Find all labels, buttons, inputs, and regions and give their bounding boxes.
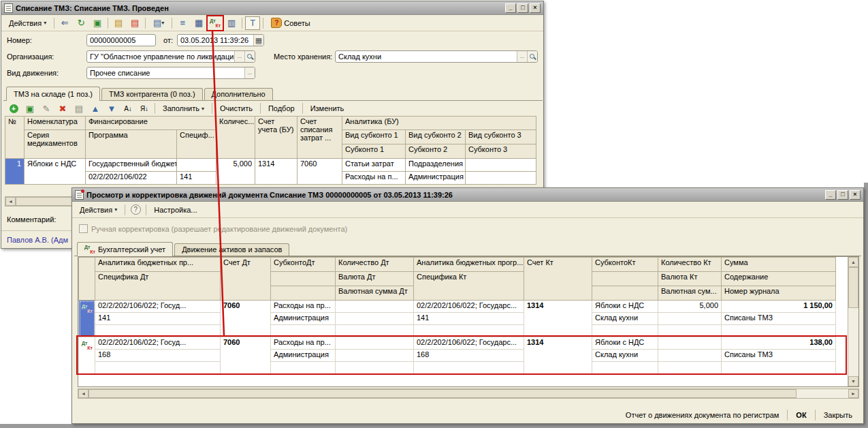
- minimize-button[interactable]: _: [505, 3, 516, 13]
- cell-sub-type3[interactable]: [466, 159, 536, 172]
- cell-empty[interactable]: [336, 362, 414, 374]
- cell-empty[interactable]: [95, 362, 221, 374]
- cell-spec-kt[interactable]: 141: [414, 313, 524, 325]
- cell-empty[interactable]: [271, 325, 336, 337]
- pick-button[interactable]: Подбор: [263, 102, 300, 115]
- movements-hscrollbar[interactable]: ◄ ►: [78, 388, 859, 399]
- storage-ellipsis-button[interactable]: ...: [517, 51, 527, 62]
- actions-button[interactable]: Действия ▾: [75, 203, 122, 217]
- cell-empty[interactable]: [414, 325, 524, 337]
- organization-ellipsis-button[interactable]: ...: [234, 51, 244, 62]
- number-field[interactable]: 00000000005: [86, 34, 156, 46]
- cell-row-number[interactable]: 1: [5, 159, 25, 185]
- help-button[interactable]: ?: [128, 203, 143, 217]
- close-window-button[interactable]: Закрыть: [818, 410, 858, 421]
- edit-row-button[interactable]: ✎: [39, 102, 54, 115]
- window2-titlebar[interactable]: Просмотр и корректировка движений докуме…: [72, 188, 863, 202]
- copy-row-button[interactable]: ▣: [22, 102, 37, 115]
- sort-desc-button[interactable]: Я↓: [137, 102, 152, 115]
- post-button[interactable]: ▤: [111, 16, 126, 30]
- tab-tmz-contractor[interactable]: ТМЗ контрагента (0 поз.): [101, 88, 203, 100]
- add-row-button[interactable]: +: [6, 102, 21, 115]
- structure-button[interactable]: ≡: [175, 16, 190, 30]
- movement-row[interactable]: [79, 325, 836, 337]
- cell-sub2[interactable]: Администрация: [406, 172, 466, 185]
- cell-spec-dt[interactable]: 168: [95, 350, 221, 362]
- cell-qty-kt[interactable]: 5,000: [658, 301, 722, 313]
- cell-spec1[interactable]: [177, 159, 216, 172]
- cell-analytics-kt[interactable]: 02/2/202/106/022; Государс...: [414, 301, 524, 313]
- movements-vscrollbar[interactable]: ▲ ▼: [848, 257, 858, 386]
- maximize-button[interactable]: □: [517, 3, 528, 13]
- organization-field[interactable]: ГУ "Областное управление по ликвидации Ч…: [86, 50, 255, 63]
- cell-account-kt[interactable]: 1314: [524, 301, 592, 337]
- cell-qty-kt[interactable]: [658, 337, 722, 350]
- copy-button[interactable]: ▣: [90, 16, 105, 30]
- actions-button[interactable]: Действия ▾: [4, 16, 51, 30]
- movement-row[interactable]: 168 Администрация 168 Склад кухни Списан…: [79, 350, 836, 362]
- unpost-button[interactable]: ▤: [127, 16, 142, 30]
- delete-row-button[interactable]: ✖: [55, 102, 70, 115]
- cell-sub-type2[interactable]: Подразделения: [406, 159, 466, 172]
- cell-nomenclature[interactable]: Яблоки с НДС: [25, 159, 86, 185]
- clear-button[interactable]: Очистить: [215, 102, 257, 115]
- move-down-button[interactable]: ▼: [104, 102, 119, 115]
- cell-empty[interactable]: [722, 362, 836, 374]
- cell-sum[interactable]: 1 150,00: [722, 301, 836, 313]
- author-link[interactable]: Павлов А.В. (Адм: [7, 234, 68, 246]
- settings-button[interactable]: Настройка...: [149, 203, 202, 217]
- change-button[interactable]: Изменить: [306, 102, 349, 115]
- storage-search-button[interactable]: [527, 51, 537, 62]
- cell-empty[interactable]: [722, 325, 836, 337]
- organization-search-button[interactable]: [244, 51, 255, 62]
- cell-subkonto-dt2[interactable]: Администрация: [271, 350, 336, 362]
- movement-row[interactable]: 141 Администрация 141 Склад кухни Списан…: [79, 313, 836, 325]
- cell-empty[interactable]: [658, 325, 722, 337]
- row-indicator[interactable]: ДтКт: [79, 301, 95, 337]
- minimize-button[interactable]: _: [825, 190, 836, 200]
- scroll-left-button[interactable]: ◄: [5, 197, 16, 206]
- movement-ellipsis-button[interactable]: ...: [244, 67, 255, 78]
- close-button[interactable]: ×: [530, 3, 541, 13]
- cell-analytics-dt[interactable]: 02/2/202/106/022; Госуд...: [95, 301, 221, 313]
- journal-button[interactable]: ▥: [224, 16, 239, 30]
- cell-subkonto-kt2[interactable]: Склад кухни: [592, 313, 658, 325]
- cell-subkonto-kt2[interactable]: Склад кухни: [592, 350, 658, 362]
- movement-row[interactable]: [79, 362, 836, 374]
- cell-subkonto-kt1[interactable]: Яблоки с НДС: [592, 337, 658, 350]
- cell-empty[interactable]: [95, 325, 221, 337]
- cell-subkonto-dt1[interactable]: Расходы на пр...: [271, 301, 336, 313]
- cell-content[interactable]: Списаны ТМЗ: [722, 313, 836, 325]
- cell-account[interactable]: 1314: [255, 159, 298, 185]
- date-field[interactable]: 03.05.2013 11:39:26 ▦: [177, 34, 264, 46]
- cell-currency-dt[interactable]: [336, 350, 414, 362]
- cell-qty-dt[interactable]: [336, 337, 414, 350]
- cell-currency-dt[interactable]: [336, 313, 414, 325]
- scrollbar-thumb[interactable]: [848, 267, 858, 308]
- tab-accounting[interactable]: ДтКт Бухгалтерский учет: [77, 242, 173, 256]
- cell-sub1[interactable]: Расходы на п...: [342, 172, 406, 185]
- cell-currency-kt[interactable]: [658, 313, 722, 325]
- filter-button[interactable]: Т: [245, 16, 260, 30]
- cell-account-dt[interactable]: 7060: [221, 301, 271, 337]
- cell-subkonto-dt2[interactable]: Администрация: [271, 313, 336, 325]
- cell-subkonto-kt1[interactable]: Яблоки с НДС: [592, 301, 658, 313]
- scroll-left-button[interactable]: ◄: [78, 389, 89, 398]
- cell-empty[interactable]: [414, 362, 524, 374]
- refresh-button[interactable]: ↻: [74, 16, 89, 30]
- cell-content[interactable]: Списаны ТМЗ: [722, 350, 836, 362]
- cell-empty[interactable]: [336, 325, 414, 337]
- cell-sub-type1[interactable]: Статьи затрат: [342, 159, 406, 172]
- cell-empty[interactable]: [658, 362, 722, 374]
- write-button[interactable]: ⇐: [57, 16, 72, 30]
- tips-button[interactable]: ? Советы: [266, 16, 315, 30]
- window1-titlebar[interactable]: Списание ТМЗ: Списание ТМЗ. Проведен _ □…: [1, 1, 543, 15]
- print-button[interactable]: ▤ ▾: [148, 16, 169, 30]
- table-row[interactable]: 1 Яблоки с НДС Государственный бюджет 5,…: [5, 159, 536, 172]
- move-up-button[interactable]: ▲: [88, 102, 103, 115]
- calendar-button[interactable]: ▦: [253, 35, 263, 46]
- cell-analytics-dt[interactable]: 02/2/202/106/022; Госуд...: [95, 337, 221, 350]
- scrollbar-thumb[interactable]: [89, 389, 797, 398]
- cell-spec-dt[interactable]: 141: [95, 313, 221, 325]
- cell-analytics-kt[interactable]: 02/2/202/106/022; Государс...: [414, 337, 524, 350]
